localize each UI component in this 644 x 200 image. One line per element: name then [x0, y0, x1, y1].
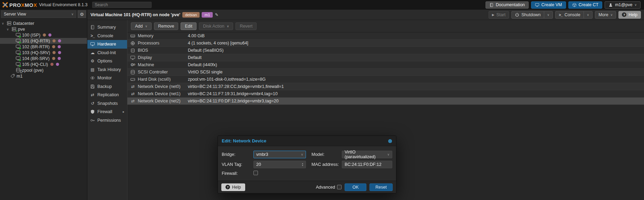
tree-item-vm-104[interactable]: 104 (BR-SRV) — [0, 56, 87, 61]
menu-item-options[interactable]: ⚙ Options — [87, 57, 127, 66]
hardware-row-net2-selected[interactable]: ⇄ Network Device (net2) virtio=BC:24:11:… — [127, 98, 644, 105]
disk-action-label: Disk Action — [203, 24, 224, 29]
expander-caret-icon[interactable]: ∨ — [2, 22, 5, 25]
hardware-table: Memory 4.00 GiB Processors 4 (1 sockets,… — [127, 32, 644, 105]
vlan-tag-label: VLAN Tag: — [222, 162, 253, 167]
menu-item-permissions[interactable]: Permissions — [87, 116, 127, 125]
menu-item-snapshots[interactable]: ↺ Snapshots — [87, 99, 127, 108]
revert-button[interactable]: Revert — [236, 22, 257, 30]
chevron-down-icon: ∨ — [611, 13, 613, 17]
model-combobox[interactable]: VirtIO (paravirtualized) ∨ — [342, 151, 392, 158]
tree-item-vm-103[interactable]: 103 (HQ-SRV) — [0, 50, 87, 56]
console-button[interactable]: >_ Console ∨ — [555, 11, 593, 19]
spin-down-icon[interactable]: ▾ — [302, 164, 303, 167]
menu-item-firewall[interactable]: Firewall ▸ — [87, 108, 127, 116]
storage-sub-icon — [20, 70, 22, 73]
user-menu-button[interactable]: m1@pve ∨ — [605, 1, 641, 9]
chevron-down-icon[interactable]: ∨ — [387, 153, 390, 156]
row-value: Default — [188, 55, 202, 60]
add-button[interactable]: Add ∨ — [131, 22, 152, 30]
menu-item-cloud-init[interactable]: ☁ Cloud-Init — [87, 49, 127, 57]
tree-item-label: 103 (HQ-SRV) — [22, 50, 50, 55]
disk-action-button[interactable]: Disk Action ∨ — [199, 22, 233, 30]
menu-item-replication[interactable]: ⇄ Replication — [87, 91, 127, 99]
tag-dot-m1 — [58, 51, 61, 54]
row-value: Default (i440fx) — [188, 62, 217, 67]
menu-item-label: Firewall — [97, 109, 112, 114]
vlan-tag-spinner[interactable]: 20 ▴▾ — [253, 161, 306, 168]
hardware-row-net1[interactable]: ⇄ Network Device (net1) virtio=BC:24:11:… — [127, 90, 644, 98]
menu-item-console[interactable]: >_ Console — [87, 32, 127, 40]
hardware-row-processors[interactable]: Processors 4 (1 sockets, 4 cores) [qemu6… — [127, 40, 644, 47]
menu-item-summary[interactable]: Summary — [87, 23, 127, 32]
row-label: Machine — [138, 62, 188, 67]
row-value: virtio=BC:24:11:F7:19:31,bridge=vmbr4,ta… — [188, 91, 278, 96]
hardware-row-scsi-controller[interactable]: SCSI Controller VirtIO SCSI single — [127, 69, 644, 76]
user-icon — [608, 3, 613, 7]
reset-button[interactable]: Reset — [369, 183, 393, 191]
split-divider — [544, 11, 544, 18]
chevron-down-icon[interactable]: ∨ — [587, 13, 589, 17]
menu-item-label: Monitor — [97, 76, 112, 80]
proxmox-app: PROXMOX Virtual Environment 8.1.3 Docume… — [0, 0, 644, 200]
tree-item-storage-zpool[interactable]: zpool (pve) — [0, 67, 87, 73]
create-vm-button[interactable]: Create VM — [531, 1, 566, 9]
menu-item-backup[interactable]: Backup — [87, 82, 127, 91]
search-input[interactable] — [92, 2, 152, 8]
firewall-checkbox[interactable] — [253, 171, 258, 175]
shield-icon — [90, 109, 95, 114]
tree-item-datacenter[interactable]: ∨ Datacenter — [0, 20, 87, 26]
help-button[interactable]: ? Help — [618, 11, 641, 19]
ok-label: OK — [353, 185, 359, 190]
edit-tags-pencil-icon[interactable]: ✎ — [215, 12, 218, 17]
menu-item-hardware[interactable]: Hardware — [87, 40, 127, 49]
documentation-button[interactable]: Documentation — [486, 1, 529, 9]
model-value: VirtIO (paravirtualized) — [345, 150, 387, 159]
tree-item-vm-101-selected[interactable]: 101 (HQ-RTR) — [0, 38, 87, 44]
dialog-title-bar[interactable]: Edit: Network Device ⊗ — [218, 136, 396, 146]
menu-item-monitor[interactable]: Monitor — [87, 74, 127, 82]
edit-button[interactable]: Edit — [181, 22, 196, 30]
tree-item-vm-100[interactable]: 100 (ISP) — [0, 32, 87, 38]
hardware-row-bios[interactable]: BIOS Default (SeaBIOS) — [127, 47, 644, 54]
list-icon: ▤ — [90, 67, 95, 72]
dialog-help-button[interactable]: ? Help — [221, 183, 245, 191]
menu-item-label: Options — [97, 59, 112, 63]
close-icon[interactable]: ⊗ — [388, 138, 392, 143]
row-value: Default (SeaBIOS) — [188, 48, 224, 53]
more-button[interactable]: More ∨ — [595, 11, 616, 19]
tree-settings-button[interactable]: ⚙ — [78, 10, 86, 18]
tree-item-node-pve[interactable]: ∨ ✔ pve — [0, 26, 87, 32]
hardware-row-memory[interactable]: Memory 4.00 GiB — [127, 32, 644, 40]
hardware-row-display[interactable]: Display Default — [127, 54, 644, 61]
hardware-row-net0[interactable]: ⇄ Network Device (net0) virtio=BC:24:11:… — [127, 83, 644, 90]
remove-button[interactable]: Remove — [154, 22, 179, 30]
hardware-row-machine[interactable]: ⚙⚙ Machine Default (i440fx) — [127, 61, 644, 69]
advanced-checkbox[interactable] — [337, 185, 342, 189]
expander-caret-icon[interactable]: ∨ — [7, 28, 10, 31]
tree-item-tag-m1[interactable]: m1 — [0, 73, 87, 79]
tag-dot-debian — [43, 33, 46, 37]
vm-panel-header: Virtual Machine 101 (HQ-RTR) on node 'pv… — [87, 10, 644, 20]
mac-address-input[interactable] — [342, 161, 392, 168]
tree-item-vm-102[interactable]: 102 (BR-RTR) — [0, 44, 87, 50]
running-play-icon — [19, 35, 22, 38]
ok-button[interactable]: OK — [345, 183, 366, 191]
bridge-combobox[interactable]: vmbr3 ∨ — [253, 151, 306, 158]
resource-tree: ∨ Datacenter ∨ ✔ pve 100 (ISP) 101 (HQ-R… — [0, 19, 87, 79]
menu-item-label: Permissions — [97, 118, 121, 123]
tree-item-vm-105[interactable]: 105 (HQ-CLI) — [0, 61, 87, 67]
cloud-icon: ☁ — [90, 50, 95, 55]
create-ct-label: Create CT — [579, 2, 599, 7]
create-ct-button[interactable]: Create CT — [568, 1, 603, 9]
start-button[interactable]: ▶ Start — [489, 11, 509, 19]
menu-item-task-history[interactable]: ▤ Task History — [87, 66, 127, 74]
dialog-help-label: Help — [232, 185, 241, 190]
hardware-row-hard-disk[interactable]: Hard Disk (scsi0) zpool:vm-101-disk-0,io… — [127, 76, 644, 83]
spinner-arrows[interactable]: ▴▾ — [302, 162, 303, 167]
chevron-down-icon[interactable]: ∨ — [301, 153, 303, 156]
shutdown-button[interactable]: Shutdown ∨ — [511, 11, 553, 19]
tag-dot-m1 — [58, 39, 61, 42]
view-mode-select[interactable]: Server View ∨ — [1, 10, 76, 18]
chevron-down-icon[interactable]: ∨ — [547, 13, 550, 17]
